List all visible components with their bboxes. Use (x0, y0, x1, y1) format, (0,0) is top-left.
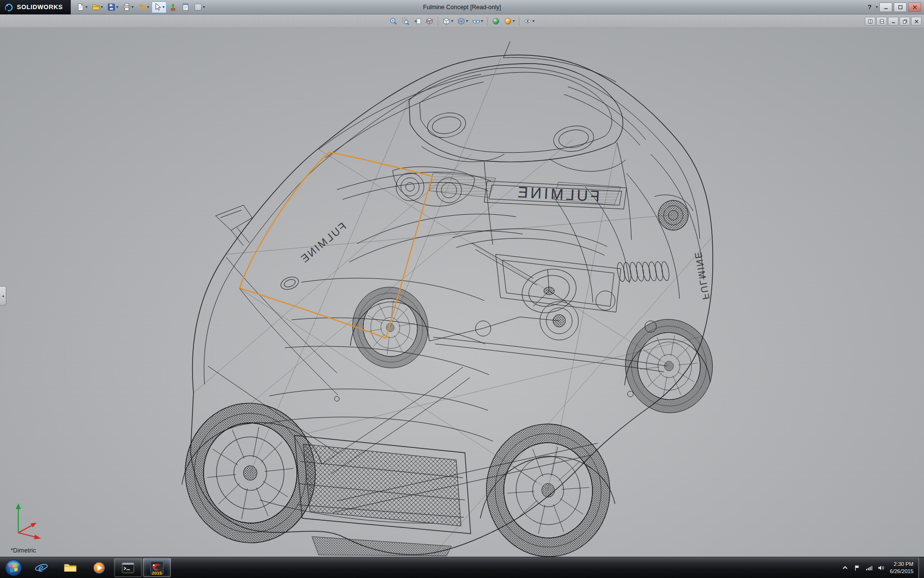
wheel-rear-right[interactable] (621, 315, 717, 417)
doc-close-button[interactable] (911, 17, 922, 26)
doc-restore-button[interactable] (899, 17, 910, 26)
zoom-to-area-button[interactable] (399, 16, 411, 26)
instant3d-button[interactable] (167, 1, 179, 13)
windows-taskbar: e2015 2:30 PM 6/26/2015 (0, 557, 924, 578)
car-body-wireframe[interactable] (182, 41, 713, 556)
taskbar-apps: e2015 (27, 557, 171, 578)
new-file-dropdown-caret[interactable]: ▾ (86, 5, 88, 9)
command-prompt-icon (121, 561, 135, 575)
dassault-systemes-icon (4, 2, 13, 12)
edit-appearance-icon (492, 17, 500, 25)
options-button[interactable]: ▾ (192, 1, 207, 13)
heads-up-row: ▾▾▾▾▾ (0, 14, 924, 28)
help-dropdown-caret[interactable]: ▾ (876, 5, 878, 9)
system-tray: 2:30 PM 6/26/2015 (838, 557, 918, 578)
undo-dropdown-caret[interactable]: ▾ (147, 5, 149, 9)
open-dropdown-caret[interactable]: ▾ (101, 5, 103, 9)
zoom-to-fit-icon (389, 17, 397, 25)
hide-show-items-button[interactable]: ▾ (470, 16, 485, 26)
window-title: Fulmine Concept [Read-only] (423, 0, 501, 14)
properties-button[interactable] (180, 1, 192, 13)
media-player-icon (92, 561, 106, 575)
view-orientation-button[interactable]: ▾ (440, 16, 455, 26)
print-dropdown-caret[interactable]: ▾ (132, 5, 134, 9)
graphics-area[interactable]: FULMINE FULMINE FULMINE ◂ *Dimetric (0, 28, 924, 557)
cascade-windows-button[interactable] (865, 17, 875, 26)
network-icon[interactable] (866, 565, 873, 571)
previous-view-icon (413, 17, 421, 25)
save-dropdown-caret[interactable]: ▾ (116, 5, 118, 9)
toolbar-separator (437, 17, 438, 26)
select-icon (154, 3, 162, 11)
taskbar-file-explorer-button[interactable] (56, 558, 84, 577)
title-bar: SOLIDWORKS ▾▾▾▾▾▾▾ Fulmine Concept [Read… (0, 0, 924, 14)
view-settings-dropdown-caret[interactable]: ▾ (533, 19, 535, 23)
file-explorer-icon (63, 561, 77, 575)
display-style-button[interactable]: ▾ (455, 16, 470, 26)
clock-date: 6/26/2015 (890, 568, 913, 575)
show-desktop-button[interactable] (918, 557, 924, 578)
print-icon (123, 3, 131, 11)
maximize-button[interactable] (894, 2, 907, 12)
close-button[interactable] (908, 2, 921, 12)
solidworks-window: SOLIDWORKS ▾▾▾▾▾▾▾ Fulmine Concept [Read… (0, 0, 924, 578)
highlighted-sketch-profile[interactable] (240, 152, 432, 338)
taskbar-solidworks-button[interactable]: 2015 (143, 558, 171, 577)
options-dropdown-caret[interactable]: ▾ (203, 5, 205, 9)
select-dropdown-caret[interactable]: ▾ (163, 5, 165, 9)
car-badge-right: FULMINE (693, 250, 711, 301)
open-button[interactable]: ▾ (90, 1, 105, 13)
wireframe-car-model[interactable]: FULMINE FULMINE FULMINE (0, 28, 924, 557)
toolbar-separator (488, 17, 488, 26)
show-hidden-icons-button[interactable] (842, 565, 848, 571)
apply-scene-dropdown-caret[interactable]: ▾ (513, 19, 515, 23)
save-icon (107, 3, 116, 11)
section-view-button[interactable] (424, 16, 435, 26)
feature-manager-collapse-tab[interactable]: ◂ (0, 286, 6, 305)
apply-scene-button[interactable]: ▾ (502, 16, 517, 26)
edit-appearance-button[interactable] (490, 16, 502, 26)
print-button[interactable]: ▾ (121, 1, 136, 13)
volume-icon[interactable] (878, 565, 885, 571)
open-icon (92, 3, 100, 11)
hide-show-items-dropdown-caret[interactable]: ▾ (481, 19, 483, 23)
svg-text:e: e (38, 561, 44, 574)
taskbar-media-player-button[interactable] (85, 558, 113, 577)
window-controls: ? ▾ (866, 2, 924, 12)
action-center-icon[interactable] (854, 565, 860, 571)
wheel-front-left[interactable] (179, 397, 322, 550)
save-button[interactable]: ▾ (105, 1, 120, 13)
main-toolbar: ▾▾▾▾▾▾▾ (71, 1, 207, 13)
view-settings-button[interactable]: ▾ (522, 16, 537, 26)
select-button[interactable]: ▾ (152, 1, 167, 13)
new-file-button[interactable]: ▾ (75, 1, 90, 13)
zoom-to-fit-button[interactable] (387, 16, 399, 26)
doc-minimize-button[interactable] (888, 17, 898, 26)
start-button[interactable] (0, 557, 27, 578)
display-style-dropdown-caret[interactable]: ▾ (466, 19, 468, 23)
display-style-icon (457, 17, 465, 25)
wheel-rear-left[interactable] (346, 281, 434, 374)
new-file-icon (77, 3, 85, 11)
front-grille-mesh[interactable] (295, 435, 471, 556)
apply-scene-icon (504, 17, 512, 25)
internet-explorer-icon: e (34, 561, 49, 575)
taskbar-command-prompt-button[interactable] (114, 558, 142, 577)
hide-show-items-icon (472, 17, 480, 25)
taskbar-internet-explorer-button[interactable]: e (27, 558, 55, 577)
help-button[interactable]: ? (866, 3, 873, 11)
view-orientation-label: *Dimetric (11, 547, 36, 554)
previous-view-button[interactable] (411, 16, 423, 26)
minimize-button[interactable] (879, 2, 892, 12)
wheel-front-right[interactable] (482, 420, 614, 557)
options-icon (194, 3, 202, 11)
clock-time: 2:30 PM (890, 561, 913, 567)
tile-windows-button[interactable] (876, 17, 887, 26)
reference-triad (7, 497, 47, 543)
undo-button[interactable]: ▾ (136, 1, 151, 13)
toolbar-separator (519, 17, 520, 26)
view-orientation-icon (442, 17, 450, 25)
taskbar-clock[interactable]: 2:30 PM 6/26/2015 (890, 561, 913, 575)
undo-icon (138, 3, 146, 11)
view-orientation-dropdown-caret[interactable]: ▾ (451, 19, 453, 23)
